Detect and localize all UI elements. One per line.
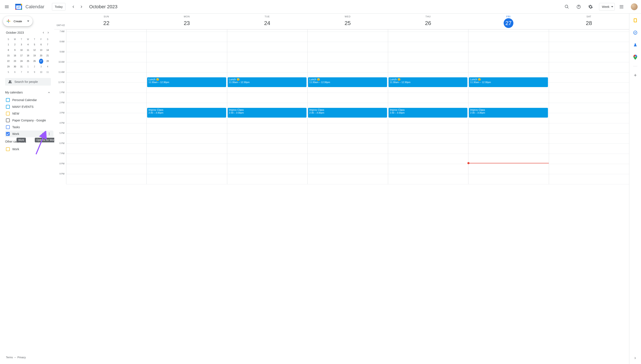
day-column[interactable]: Lunch 😴11:30am – 12:30pmImprov Class2:30… xyxy=(468,30,548,184)
mini-day[interactable]: 6 xyxy=(39,42,43,47)
mini-day[interactable]: 22 xyxy=(6,59,11,64)
mini-day[interactable]: 28 xyxy=(46,59,50,64)
day-column[interactable]: Lunch 😴11:30am – 12:30pmImprov Class2:30… xyxy=(227,30,307,184)
search-people-input[interactable]: Search for people xyxy=(5,78,51,86)
day-header[interactable]: FRI27 xyxy=(468,14,548,29)
mini-day[interactable]: 1 xyxy=(26,64,30,69)
mini-day[interactable]: 2 xyxy=(33,64,37,69)
event[interactable]: Improv Class2:30 – 3:30pm xyxy=(308,108,387,118)
calendar-grid[interactable]: 7 AM8 AM9 AM10 AM11 AM12 PM1 PM2 PM3 PM4… xyxy=(54,30,629,364)
calendar-item[interactable]: Personal Calendar xyxy=(5,96,54,104)
today-button[interactable]: Today xyxy=(52,3,65,10)
my-calendars-toggle[interactable]: My calendars xyxy=(5,88,54,96)
mini-day[interactable]: 3 xyxy=(19,42,24,47)
view-selector[interactable]: Week xyxy=(599,3,615,10)
calendar-item[interactable]: Work xyxy=(5,146,54,152)
maps-button[interactable] xyxy=(631,53,639,62)
mini-day[interactable]: 15 xyxy=(6,53,11,58)
keep-button[interactable] xyxy=(631,16,639,24)
mini-day[interactable]: 13 xyxy=(39,48,43,53)
event[interactable]: Lunch 😴11:30am – 12:30pm xyxy=(147,77,226,87)
mini-day[interactable]: 18 xyxy=(26,53,30,58)
event[interactable]: Lunch 😴11:30am – 12:30pm xyxy=(389,77,467,87)
event[interactable]: Improv Class2:30 – 3:30pm xyxy=(228,108,307,118)
mini-day[interactable]: 11 xyxy=(46,70,50,75)
mini-day[interactable]: 26 xyxy=(33,59,37,64)
addons-button[interactable] xyxy=(631,71,639,80)
account-avatar[interactable] xyxy=(631,4,637,10)
day-column[interactable] xyxy=(549,30,629,184)
day-column[interactable] xyxy=(66,30,147,184)
calendar-hide-button[interactable] xyxy=(41,131,46,136)
mini-day[interactable]: 2 xyxy=(13,42,17,47)
mini-day[interactable]: 21 xyxy=(46,53,50,58)
help-button[interactable] xyxy=(573,2,584,12)
day-header[interactable]: SAT28 xyxy=(549,14,629,29)
event[interactable]: Improv Class2:30 – 3:30pm xyxy=(469,108,548,118)
contacts-button[interactable] xyxy=(631,41,639,49)
mini-day[interactable]: 9 xyxy=(13,48,17,53)
event[interactable]: Lunch 😴11:30am – 12:30pm xyxy=(228,77,307,87)
day-header[interactable]: TUE24 xyxy=(227,14,307,29)
mini-day[interactable]: 19 xyxy=(33,53,37,58)
mini-day[interactable]: 5 xyxy=(6,70,11,75)
terms-link[interactable]: Terms xyxy=(6,356,13,359)
mini-day[interactable]: 10 xyxy=(19,48,24,53)
calendar-checkbox[interactable] xyxy=(6,132,10,136)
mini-day[interactable]: 8 xyxy=(6,48,11,53)
create-button[interactable]: Create xyxy=(3,16,33,26)
mini-day[interactable]: 25 xyxy=(26,59,30,64)
mini-day[interactable]: 23 xyxy=(13,59,17,64)
mini-day[interactable]: 4 xyxy=(26,42,30,47)
next-period-button[interactable] xyxy=(78,4,85,10)
mini-day[interactable]: 17 xyxy=(19,53,24,58)
day-header[interactable]: SUN22 xyxy=(66,14,147,29)
mini-day[interactable]: 11 xyxy=(26,48,30,53)
event[interactable]: Improv Class2:30 – 3:30pm xyxy=(147,108,226,118)
main-menu-button[interactable] xyxy=(2,2,12,12)
calendar-item[interactable]: MANY EVENTS xyxy=(5,104,54,110)
mini-day[interactable]: 24 xyxy=(19,59,24,64)
mini-day[interactable]: 14 xyxy=(46,48,50,53)
mini-day[interactable]: 4 xyxy=(46,64,50,69)
calendar-checkbox[interactable] xyxy=(6,112,10,116)
day-header[interactable]: MON23 xyxy=(147,14,227,29)
mini-day[interactable]: 16 xyxy=(13,53,17,58)
day-header[interactable]: WED25 xyxy=(307,14,388,29)
day-column[interactable]: Lunch 😴11:30am – 12:30pmImprov Class2:30… xyxy=(388,30,468,184)
day-header[interactable]: THU26 xyxy=(388,14,468,29)
mini-day[interactable]: 9 xyxy=(33,70,37,75)
mini-day[interactable]: 31 xyxy=(19,64,24,69)
prev-period-button[interactable] xyxy=(70,4,77,10)
calendar-item[interactable]: NEW xyxy=(5,110,54,117)
mini-day[interactable]: 3 xyxy=(39,64,43,69)
event[interactable]: Improv Class2:30 – 3:30pm xyxy=(389,108,467,118)
privacy-link[interactable]: Privacy xyxy=(17,356,26,359)
search-button[interactable] xyxy=(562,2,572,12)
calendar-item[interactable]: Paper Company - Google xyxy=(5,117,54,124)
mini-day[interactable]: 29 xyxy=(6,64,11,69)
day-column[interactable]: Lunch 😴11:30am – 12:30pmImprov Class2:30… xyxy=(307,30,388,184)
event[interactable]: Lunch 😴11:30am – 12:30pm xyxy=(308,77,387,87)
mini-day[interactable]: 27 xyxy=(39,59,43,64)
calendar-options-button[interactable] xyxy=(47,131,52,136)
event[interactable]: Lunch 😴11:30am – 12:30pm xyxy=(469,77,548,87)
mini-day[interactable]: 12 xyxy=(33,48,37,53)
apps-button[interactable] xyxy=(616,2,626,12)
mini-day[interactable]: 7 xyxy=(19,70,24,75)
calendar-checkbox[interactable] xyxy=(6,105,10,109)
mini-day[interactable]: 30 xyxy=(13,64,17,69)
calendar-checkbox[interactable] xyxy=(6,98,10,102)
mini-day[interactable]: 6 xyxy=(13,70,17,75)
calendar-item[interactable]: Work xyxy=(5,130,54,137)
tasks-button[interactable] xyxy=(631,28,639,37)
side-panel-collapse[interactable] xyxy=(631,354,639,362)
calendar-checkbox[interactable] xyxy=(6,125,10,129)
calendar-checkbox[interactable] xyxy=(6,147,10,151)
mini-day[interactable]: 5 xyxy=(33,42,37,47)
settings-button[interactable] xyxy=(585,2,596,12)
mini-day[interactable]: 10 xyxy=(39,70,43,75)
day-column[interactable]: Lunch 😴11:30am – 12:30pmImprov Class2:30… xyxy=(147,30,227,184)
calendar-checkbox[interactable] xyxy=(6,118,10,122)
mini-day[interactable]: 20 xyxy=(39,53,43,58)
